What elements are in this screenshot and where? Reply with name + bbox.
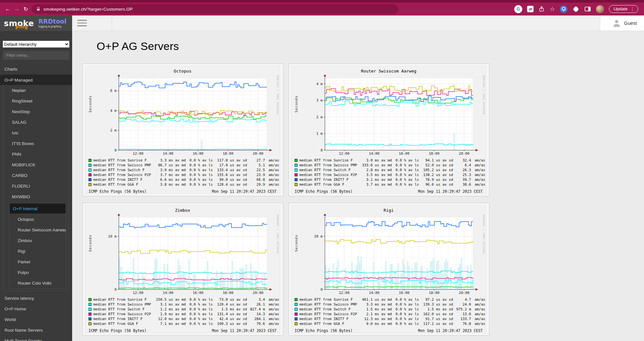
sidebar: Default Hierarchy Charts O+P Managed Nep… <box>0 31 72 341</box>
svg-text:2 m: 2 m <box>316 115 323 119</box>
legend-amas-value: 5.1 <box>247 163 265 168</box>
legend-amas-value: 827.4 m <box>247 307 265 312</box>
sidebar-item-parker[interactable]: Parker <box>10 257 66 267</box>
latency-graph-octopus[interactable]: 02 m4 m6 m12:0014:0016:0018:0020:00 <box>85 75 280 156</box>
menu-toggle-button[interactable] <box>76 18 88 28</box>
legend-amas-unit: am/as <box>265 317 279 321</box>
svg-text:18:00: 18:00 <box>223 151 233 156</box>
legend-amas-value: 27.7 <box>247 158 265 163</box>
latency-graph-zimbox[interactable]: 010 m12:0014:0016:0018:0020:00 <box>85 214 280 295</box>
legend-ls: 0.0 % av ls <box>392 302 419 307</box>
sidebar-item-ringstreet[interactable]: RingStreet <box>4 96 69 106</box>
legend-sd: 128.4 us av sd <box>213 182 247 187</box>
user-label: Guest <box>624 20 637 26</box>
back-icon[interactable]: ← <box>3 6 12 12</box>
graph-timestamp: Mon Sep 11 20:29:47 2023 CEST <box>212 189 277 194</box>
legend-color-swatch <box>295 303 298 306</box>
sidebar-item-mxwbio[interactable]: MXWBIO <box>4 191 69 202</box>
legend-color-swatch <box>89 178 91 181</box>
update-button[interactable]: Update ⋮ <box>609 5 638 13</box>
user-menu[interactable]: Guest <box>600 15 644 31</box>
legend-amas-value: 39.7 <box>453 177 471 182</box>
svg-text:12:00: 12:00 <box>339 291 349 295</box>
latency-graph-router-swisscom-aarweg[interactable]: 01 m2 m3 m4 m12:0014:0016:0018:0020:00 <box>291 75 487 156</box>
legend-ls: 0.0 % av ls <box>392 168 419 172</box>
legend-sd: 138.2 us av sd <box>419 172 453 177</box>
sidebar-item-charts[interactable]: Charts <box>0 64 72 74</box>
password-manager-icon[interactable] <box>560 5 568 13</box>
sidebar-item-root-name-servers[interactable]: Root Name Servers <box>0 325 72 336</box>
sidebar-item-nextstep[interactable]: NextStep <box>4 106 69 117</box>
sidebar-item-router-swisscom-aarweg[interactable]: Router Swisscom Aarweg <box>10 225 66 235</box>
bookmark-star-icon[interactable]: ☆ <box>550 5 555 13</box>
sidebar-item-o-p-home[interactable]: O+P Home <box>0 304 72 314</box>
legend-md: 12.0 ms av md <box>154 317 186 321</box>
hierarchy-select[interactable]: Default Hierarchy <box>3 41 70 48</box>
legend-color-swatch <box>295 298 298 301</box>
legend-amas-value: 284.1 <box>247 317 265 321</box>
sidebar-item-neplan[interactable]: Neplan <box>4 85 69 96</box>
sidebar-item-zimbox[interactable]: Zimbox <box>10 235 66 246</box>
legend-md: 461.1 us av md <box>360 297 392 302</box>
sidebar-item-service-latency[interactable]: Service latency <box>0 293 72 304</box>
graph-panel-zimbox: ZimboxSeconds010 m12:0014:0016:0018:0020… <box>82 203 283 336</box>
legend-color-swatch <box>295 317 298 320</box>
rrdtool-logo[interactable]: RRDtool logging & graphing <box>39 18 67 28</box>
sidebar-item-floerli[interactable]: FLOERLI <box>4 181 69 191</box>
legend-series-label: median RTT from Swissco PMP <box>89 163 154 168</box>
sidebar-item-ivic[interactable]: Ivic <box>4 128 69 138</box>
legend-series-label: median RTT from Swissco PMP <box>89 302 154 307</box>
sidebar-item-it-is-boxes[interactable]: IT'IS Boxes <box>4 138 69 149</box>
legend-amas-value: 26.1 <box>247 302 265 307</box>
sidebar-item-pulpo[interactable]: Pulpo <box>10 267 66 278</box>
rrdtool-subtitle: logging & graphing <box>39 25 67 28</box>
latency-graph-rigi[interactable]: 010 m12:0014:0016:0018:0020:00 <box>291 214 487 295</box>
legend-color-swatch <box>295 322 298 325</box>
legend-color-swatch <box>89 317 91 320</box>
legend-color-swatch <box>89 173 91 176</box>
smokeping-logo-accent: ping <box>15 24 28 29</box>
svg-text:16:00: 16:00 <box>193 291 204 295</box>
sidebar-item-salag[interactable]: SALAG <box>4 117 69 128</box>
legend-sd: 94.1 us av sd <box>419 158 453 163</box>
legend-series-label: median RTT from Swissco P2P <box>295 172 360 177</box>
rrdtool-watermark: RRDTOOL / TOBI OETIKER <box>482 75 485 114</box>
side-panel-icon[interactable] <box>584 5 591 13</box>
share-icon[interactable] <box>538 6 545 12</box>
sidebar-item-op-managed[interactable]: O+P Managed <box>0 74 72 85</box>
profile-avatar[interactable] <box>596 5 604 13</box>
sidebar-item-multi-target-graphs[interactable]: Multi Target Graphs <box>0 336 72 341</box>
sidebar-item-op-internal[interactable]: O+P Internal <box>10 203 66 214</box>
graph-rigi: RigiSeconds010 m12:0014:0016:0018:0020:0… <box>291 205 486 333</box>
address-bar[interactable]: smokeping.oetiker.ch/?target=Customers.O… <box>32 4 398 14</box>
sidebar-item-octopus[interactable]: Octopus <box>10 214 66 225</box>
legend-series-label: median RTT from GGA F <box>89 182 154 187</box>
forward-icon[interactable]: → <box>12 6 21 12</box>
translate-icon[interactable]: ⇄ <box>527 6 534 12</box>
graph-title: Rigi <box>291 206 486 214</box>
sidebar-item-world[interactable]: World <box>0 314 72 325</box>
svg-text:6 m: 6 m <box>110 89 117 93</box>
legend-series-label: median RTT from Sunrise F <box>295 158 360 163</box>
reload-icon[interactable]: ↻ <box>21 6 30 13</box>
google-icon[interactable]: G <box>514 5 522 13</box>
legend-md: 3.7 ms av md <box>360 182 392 187</box>
sidebar-item-carbo[interactable]: CARBO <box>4 170 69 181</box>
probe-info: ICMP Echo Pings (56 Bytes) <box>89 328 147 333</box>
legend-amas-value: 24.0 <box>453 302 471 307</box>
legend-series-label: median RTT from INIT7 F <box>89 177 154 182</box>
smokeping-logo[interactable]: smokeping <box>4 19 34 28</box>
sidebar-item-pnn[interactable]: PNN <box>4 149 69 160</box>
sidebar-item-rigi[interactable]: Rigi <box>10 246 66 257</box>
svg-text:14:00: 14:00 <box>163 151 173 156</box>
extensions-puzzle-icon[interactable] <box>573 6 579 13</box>
browser-menu-icon[interactable]: ⋮ <box>630 7 635 11</box>
sidebar-item-mobiflick[interactable]: MOBIFLICK <box>4 160 69 170</box>
legend-ls: 0.0 % av ls <box>186 317 213 321</box>
y-axis-label: Seconds <box>88 235 92 252</box>
filter-input[interactable] <box>3 51 70 60</box>
legend-ls: 0.0 % av ls <box>186 312 213 317</box>
legend-series-label: median RTT from INIT7 F <box>295 317 360 321</box>
sidebar-item-router-colo-volki[interactable]: Router Colo Volki <box>10 278 66 288</box>
svg-text:14:00: 14:00 <box>369 151 379 156</box>
